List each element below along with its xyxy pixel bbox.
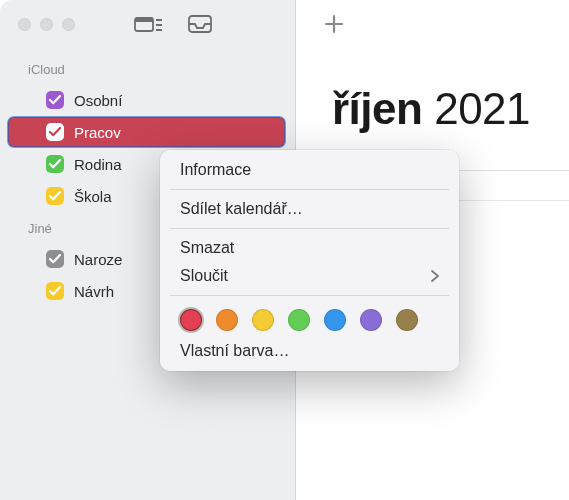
window-controls: [18, 18, 75, 31]
calendar-item[interactable]: Pracov: [8, 117, 285, 147]
color-swatch[interactable]: [324, 309, 346, 331]
calendar-list-icon[interactable]: [131, 11, 165, 37]
menu-separator: [170, 189, 449, 190]
color-swatch[interactable]: [252, 309, 274, 331]
calendar-label: Naroze: [74, 251, 122, 268]
color-swatch[interactable]: [288, 309, 310, 331]
calendar-checkbox[interactable]: [46, 187, 64, 205]
minimize-window-button[interactable]: [40, 18, 53, 31]
color-swatch[interactable]: [396, 309, 418, 331]
context-menu: Informace Sdílet kalendář… Smazat Slouči…: [160, 150, 459, 371]
calendar-checkbox[interactable]: [46, 91, 64, 109]
color-swatch[interactable]: [180, 309, 202, 331]
calendar-checkbox[interactable]: [46, 282, 64, 300]
svg-rect-1: [135, 18, 153, 22]
calendar-label: Osobní: [74, 92, 122, 109]
calendar-checkbox[interactable]: [46, 250, 64, 268]
color-swatches-row: [160, 301, 459, 337]
inbox-icon[interactable]: [183, 11, 217, 37]
menu-item-custom-color[interactable]: Vlastní barva…: [160, 337, 459, 365]
menu-item-delete[interactable]: Smazat: [160, 234, 459, 262]
calendar-item[interactable]: Osobní: [8, 85, 285, 115]
calendar-label: Škola: [74, 188, 112, 205]
group-title: iCloud: [0, 54, 295, 83]
calendar-checkbox[interactable]: [46, 123, 64, 141]
main-toolbar: [296, 0, 569, 48]
menu-item-merge[interactable]: Sloučit: [160, 262, 459, 290]
calendar-label: Pracov: [74, 124, 121, 141]
color-swatch[interactable]: [360, 309, 382, 331]
titlebar: [0, 0, 295, 48]
menu-separator: [170, 228, 449, 229]
color-swatch[interactable]: [216, 309, 238, 331]
menu-item-merge-label: Sloučit: [180, 267, 228, 285]
menu-item-share-calendar[interactable]: Sdílet kalendář…: [160, 195, 459, 223]
chevron-right-icon: [431, 270, 439, 282]
month-name: říjen: [332, 84, 422, 133]
calendar-label: Rodina: [74, 156, 122, 173]
close-window-button[interactable]: [18, 18, 31, 31]
month-heading: říjen 2021: [296, 48, 569, 134]
add-event-icon[interactable]: [324, 14, 344, 34]
calendar-checkbox[interactable]: [46, 155, 64, 173]
sidebar-toolbar: [131, 11, 217, 37]
menu-separator: [170, 295, 449, 296]
month-year: 2021: [434, 84, 530, 133]
calendar-label: Návrh: [74, 283, 114, 300]
app-window: iCloudOsobníPracovRodinaŠkolaJinéNarozeN…: [0, 0, 569, 500]
menu-item-info[interactable]: Informace: [160, 156, 459, 184]
zoom-window-button[interactable]: [62, 18, 75, 31]
